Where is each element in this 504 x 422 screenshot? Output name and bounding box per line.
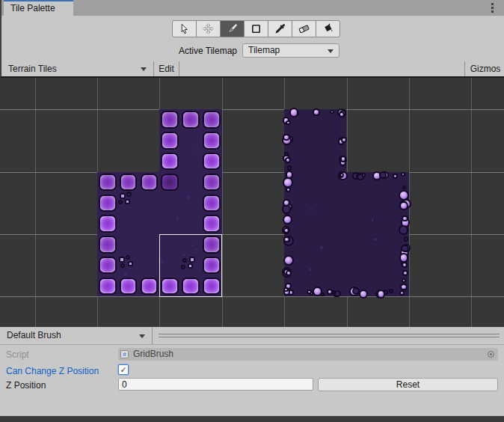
palette-tile[interactable] bbox=[389, 289, 393, 293]
palette-tile[interactable] bbox=[400, 284, 408, 291]
palette-tile[interactable] bbox=[283, 236, 290, 243]
brush-inspector: Script # GridBrush Can Change Z Position… bbox=[0, 345, 504, 416]
palette-tile[interactable] bbox=[404, 236, 408, 241]
separator bbox=[152, 328, 153, 344]
palette-tile[interactable] bbox=[283, 227, 289, 233]
pebble-tile bbox=[128, 261, 133, 266]
gizmos-button-label: Gizmos bbox=[470, 64, 501, 74]
palette-tile[interactable] bbox=[283, 287, 288, 292]
palette-tile[interactable] bbox=[289, 108, 299, 117]
can-change-z-checkbox[interactable]: ✓ bbox=[118, 364, 129, 375]
tile-palette-grid[interactable] bbox=[0, 78, 504, 327]
pebble-tile bbox=[120, 193, 126, 199]
palette-tile[interactable] bbox=[203, 153, 221, 171]
object-picker-icon[interactable] bbox=[488, 351, 494, 358]
palette-tile[interactable] bbox=[339, 173, 344, 177]
palette-tile[interactable] bbox=[99, 278, 117, 296]
palette-tile[interactable] bbox=[340, 156, 347, 162]
palette-tile[interactable] bbox=[99, 215, 117, 233]
palette-tile[interactable] bbox=[339, 111, 345, 117]
palette-tile[interactable] bbox=[99, 257, 117, 275]
palette-tile[interactable] bbox=[330, 110, 334, 114]
grid-line bbox=[0, 296, 504, 297]
palette-dropdown[interactable]: Terrain Tiles bbox=[3, 61, 153, 76]
palette-tile[interactable] bbox=[286, 120, 290, 125]
palette-tile[interactable] bbox=[313, 287, 322, 296]
palette-bar: Terrain Tiles Edit Gizmos bbox=[0, 61, 504, 78]
z-position-label: Z Position bbox=[6, 379, 115, 391]
palette-tile[interactable] bbox=[399, 225, 408, 234]
palette-tile[interactable] bbox=[161, 153, 179, 171]
active-tilemap-value: Tilemap bbox=[248, 45, 280, 55]
palette-tile[interactable] bbox=[384, 290, 388, 294]
grid-line bbox=[35, 78, 36, 327]
palette-tile[interactable] bbox=[393, 174, 398, 179]
box-fill-tool-button[interactable] bbox=[244, 20, 268, 37]
fill-speckle bbox=[176, 218, 179, 220]
tab-tile-palette[interactable]: Tile Palette bbox=[4, 0, 73, 16]
palette-tile[interactable] bbox=[401, 172, 405, 177]
z-position-input[interactable] bbox=[118, 378, 313, 391]
palette-tile[interactable] bbox=[141, 174, 159, 192]
can-change-z-label: Can Change Z Position bbox=[6, 365, 118, 377]
fill-speckle bbox=[187, 195, 191, 199]
palette-tile[interactable] bbox=[399, 190, 409, 201]
paint-brush-tool-button[interactable] bbox=[220, 20, 245, 37]
fill-speckle bbox=[309, 269, 310, 270]
pebble-tile bbox=[119, 257, 125, 263]
fill-speckle bbox=[375, 239, 377, 241]
selected-tile-highlight bbox=[159, 234, 222, 297]
brush-bar: Default Brush bbox=[0, 327, 504, 345]
palette-tile[interactable] bbox=[402, 270, 408, 276]
edit-button[interactable]: Edit bbox=[154, 61, 179, 76]
palette-tile[interactable] bbox=[141, 278, 159, 296]
palette-tile[interactable] bbox=[203, 111, 221, 129]
tab-title: Tile Palette bbox=[10, 3, 55, 13]
palette-tile[interactable] bbox=[313, 108, 320, 116]
palette-tile[interactable] bbox=[161, 111, 179, 129]
palette-tile[interactable] bbox=[99, 195, 117, 212]
kebab-menu-icon[interactable] bbox=[491, 3, 494, 13]
tool-button-row bbox=[172, 20, 340, 37]
pebble-tile bbox=[120, 263, 125, 268]
palette-tile[interactable] bbox=[402, 215, 408, 221]
palette-tile[interactable] bbox=[161, 132, 179, 150]
brush-name: Default Brush bbox=[7, 330, 61, 340]
brush-dropdown[interactable]: Default Brush bbox=[1, 328, 152, 343]
palette-tile[interactable] bbox=[182, 111, 200, 129]
tile-fill bbox=[284, 172, 409, 297]
tile-picker-tool-button[interactable] bbox=[268, 20, 292, 37]
gizmos-button[interactable]: Gizmos bbox=[465, 61, 504, 76]
palette-tile[interactable] bbox=[286, 270, 292, 276]
palette-tile[interactable] bbox=[203, 174, 221, 192]
rectangle-icon bbox=[251, 23, 262, 34]
palette-tile[interactable] bbox=[357, 174, 364, 181]
select-tool-button[interactable] bbox=[172, 20, 197, 37]
chevron-down-icon bbox=[139, 334, 145, 338]
flood-fill-tool-button[interactable] bbox=[316, 20, 340, 37]
palette-tile[interactable] bbox=[334, 290, 341, 297]
move-tool-button[interactable] bbox=[196, 20, 221, 37]
palette-tile[interactable] bbox=[307, 290, 312, 295]
paint-bucket-icon bbox=[322, 23, 334, 34]
eraser-tool-button[interactable] bbox=[292, 20, 316, 37]
palette-tile[interactable] bbox=[287, 165, 292, 171]
palette-tile[interactable] bbox=[203, 215, 221, 233]
palette-tile[interactable] bbox=[203, 195, 221, 212]
palette-tile[interactable] bbox=[99, 236, 117, 254]
palette-tile[interactable] bbox=[283, 177, 292, 187]
grid-line bbox=[0, 172, 504, 173]
reset-button[interactable]: Reset bbox=[318, 378, 498, 391]
palette-tile[interactable] bbox=[203, 132, 221, 150]
palette-tile[interactable] bbox=[99, 174, 117, 192]
palette-tile[interactable] bbox=[161, 174, 179, 192]
palette-tile[interactable] bbox=[401, 245, 408, 252]
palette-tile[interactable] bbox=[120, 278, 138, 296]
fill-speckle bbox=[310, 208, 312, 210]
grid-line bbox=[0, 109, 504, 110]
palette-tile[interactable] bbox=[120, 174, 138, 192]
resize-grip[interactable] bbox=[159, 334, 500, 337]
active-tilemap-dropdown[interactable]: Tilemap bbox=[242, 43, 339, 58]
script-object-field[interactable]: # GridBrush bbox=[118, 348, 498, 361]
palette-tile[interactable] bbox=[352, 287, 360, 295]
